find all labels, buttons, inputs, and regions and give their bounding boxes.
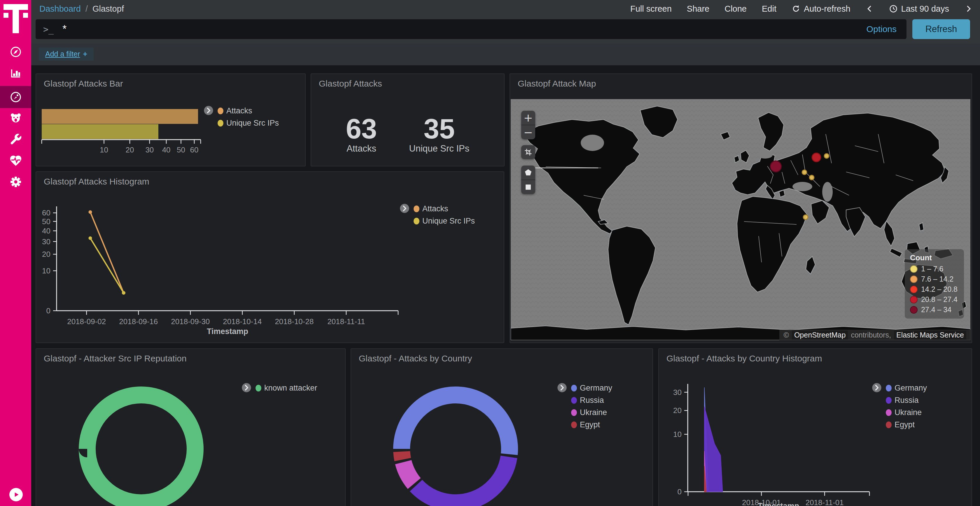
legend-toggle-button[interactable] [557, 383, 567, 393]
add-filter-button[interactable]: Add a filter+ [39, 48, 94, 60]
chevron-right-icon [204, 106, 213, 116]
country-donut-chart[interactable] [353, 347, 558, 506]
time-forward-button[interactable] [964, 5, 972, 13]
legend-item[interactable]: Egypt [886, 420, 927, 429]
chart-legend: GermanyRussiaUkraineEgypt [557, 383, 612, 429]
attack-marker[interactable] [824, 154, 829, 158]
line-series-Attacks[interactable] [90, 212, 123, 293]
chevron-right-icon [399, 203, 409, 213]
attack-marker[interactable] [770, 161, 781, 172]
query-value: * [62, 23, 67, 35]
data-point[interactable] [88, 236, 92, 240]
sidebar-item-visualize[interactable] [0, 62, 31, 84]
legend-item[interactable]: Egypt [571, 420, 612, 429]
legend-swatch [886, 397, 892, 404]
draw-polygon-button[interactable] [521, 165, 535, 179]
legend-toggle-button[interactable] [242, 383, 251, 393]
legend-toggle-button[interactable] [872, 383, 882, 393]
share-button[interactable]: Share [687, 4, 710, 14]
legend-item[interactable]: Russia [886, 396, 927, 405]
legend-item[interactable]: Attacks [218, 106, 279, 116]
legend-item[interactable]: Unique Src IPs [414, 217, 475, 225]
telekom-logo[interactable] [3, 4, 28, 33]
attack-marker[interactable] [803, 215, 808, 219]
crop-fit-button[interactable] [521, 145, 535, 159]
world-map[interactable] [511, 99, 970, 340]
refresh-button[interactable]: Refresh [912, 19, 970, 39]
donut-slice-known attacker[interactable] [87, 395, 195, 503]
axis-tick-label: 10 [42, 266, 51, 275]
legend-item[interactable]: Attacks [414, 204, 475, 213]
chart-legend: AttacksUnique Src IPs [204, 106, 279, 128]
search-input[interactable]: >_ * Options [36, 19, 907, 39]
gear-icon [9, 175, 22, 189]
legend-toggle-button[interactable] [399, 203, 409, 213]
sidebar-item-dashboard[interactable] [0, 86, 31, 108]
gauge-icon [9, 90, 22, 104]
attack-marker[interactable] [812, 153, 821, 162]
legend-item[interactable]: Germany [886, 384, 927, 393]
sidebar-item-dev-tools[interactable] [0, 128, 31, 150]
time-range-picker[interactable]: Last 90 days [889, 4, 949, 14]
toolbar-actions: Full screen Share Clone Edit Auto-refres… [630, 4, 972, 14]
auto-refresh-button[interactable]: Auto-refresh [792, 4, 851, 14]
metric-label: Unique Src IPs [409, 143, 469, 154]
attacks-histogram-chart[interactable]: 01020304050602018-09-022018-09-162018-09… [36, 172, 504, 343]
sidebar-item-discover[interactable] [0, 41, 31, 63]
bar-Attacks[interactable] [42, 109, 198, 124]
query-bar-row: >_ * Options Refresh [31, 17, 980, 44]
plus-icon: + [83, 50, 88, 58]
reputation-donut-chart[interactable] [39, 347, 243, 506]
legend-swatch [414, 206, 419, 212]
chevron-right-icon [964, 5, 972, 13]
map-legend-swatch [910, 296, 918, 303]
edit-button[interactable]: Edit [762, 4, 776, 14]
map-legend-label: 1 – 7.6 [921, 265, 943, 273]
telekom-logo-stem [13, 4, 19, 33]
legend-item[interactable]: Ukraine [571, 408, 612, 417]
line-series-Unique Src IPs[interactable] [90, 238, 123, 293]
legend-label: Attacks [422, 204, 448, 213]
legend-item[interactable]: known attacker [256, 384, 317, 393]
elastic-maps-service-link[interactable]: Elastic Maps Service [894, 330, 966, 339]
data-point[interactable] [88, 211, 92, 214]
sidebar-item-honeypot[interactable] [0, 107, 31, 129]
map-legend-item: 14.2 – 20.8 [910, 285, 958, 293]
attack-marker[interactable] [802, 170, 807, 174]
attack-marker[interactable] [810, 175, 814, 180]
panel-attacks-by-country: Glastopf - Attacks by Country GermanyRus… [351, 348, 653, 506]
full-screen-button[interactable]: Full screen [630, 4, 672, 14]
legend-label: Russia [580, 396, 604, 405]
legend-toggle-button[interactable] [204, 106, 213, 116]
clone-button[interactable]: Clone [724, 4, 747, 14]
metric-label: Attacks [347, 143, 376, 154]
sidebar-collapse-button[interactable] [10, 488, 23, 501]
sidebar-item-monitoring[interactable] [0, 150, 31, 171]
breadcrumb-dashboard-link[interactable]: Dashboard [40, 4, 81, 14]
axis-tick-label: 60 [42, 208, 51, 217]
breadcrumb: Dashboard / Glastopf [40, 4, 124, 14]
panel-src-ip-reputation: Glastopf - Attacker Src IP Reputation kn… [36, 348, 346, 506]
zoom-in-button[interactable]: + [521, 111, 535, 125]
legend-item[interactable]: Ukraine [886, 408, 927, 417]
sidebar-item-management[interactable] [0, 171, 31, 193]
panel-country-histogram: Glastopf - Attacks by Country Histogram … [658, 348, 972, 506]
map-legend-swatch [910, 276, 918, 283]
draw-rectangle-button[interactable] [521, 179, 535, 194]
legend-label: Attacks [226, 106, 252, 116]
time-back-button[interactable] [865, 5, 874, 13]
openstreetmap-link[interactable]: OpenStreetMap [792, 330, 848, 339]
area-series-Russia[interactable] [705, 407, 723, 492]
legend-item[interactable]: Unique Src IPs [218, 119, 279, 128]
query-prompt-icon: >_ [43, 24, 54, 34]
x-axis-title: Timestamp [207, 327, 248, 336]
heartbeat-icon [9, 154, 22, 167]
legend-item[interactable]: Germany [571, 384, 612, 393]
bar-Unique Src IPs[interactable] [42, 124, 158, 139]
legend-swatch [571, 385, 577, 392]
attack-map[interactable]: + − [511, 99, 970, 340]
zoom-out-button[interactable]: − [521, 125, 535, 139]
legend-item[interactable]: Russia [571, 396, 612, 405]
data-point[interactable] [122, 291, 126, 295]
options-link[interactable]: Options [867, 24, 897, 34]
